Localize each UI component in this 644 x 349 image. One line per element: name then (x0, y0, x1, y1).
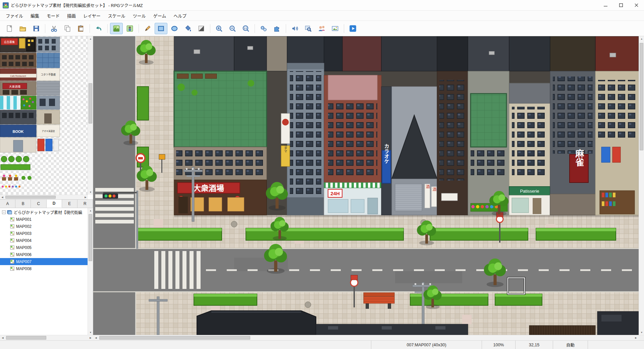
zoom-out-button[interactable] (226, 23, 239, 34)
menu-scale[interactable]: スケール (104, 11, 129, 20)
scroll-thumb[interactable] (5, 196, 56, 199)
svg-text:大衆酒場: 大衆酒場 (9, 85, 21, 88)
folder-icon (19, 24, 27, 33)
tree-item-map002[interactable]: MAP002 (0, 223, 88, 230)
tree-horizontal-scrollbar[interactable]: ◀ ▶ (0, 335, 93, 340)
tree-item-map007-selected[interactable]: MAP007 (0, 258, 88, 265)
scroll-left-arrow[interactable]: ◀ (0, 195, 5, 200)
palette-horizontal-scrollbar[interactable]: ◀ ▶ (0, 195, 88, 199)
speaker-icon (291, 24, 299, 33)
scroll-thumb[interactable] (640, 43, 643, 150)
tree-item-map006[interactable]: MAP006 (0, 251, 88, 258)
svg-text:Cafe Restaurant: Cafe Restaurant (10, 75, 26, 77)
actual-scale-button[interactable]: 1:1 (239, 23, 252, 34)
play-test-button[interactable] (346, 23, 359, 34)
flood-fill-tool-button[interactable] (181, 23, 194, 34)
menu-help[interactable]: ヘルプ (170, 11, 190, 20)
tree-vertical-scrollbar[interactable]: ▲ ▼ (88, 208, 93, 335)
character-generator-button[interactable] (315, 23, 328, 34)
maximize-button[interactable] (613, 0, 629, 11)
scroll-up-arrow[interactable]: ▲ (639, 36, 644, 41)
tree-item-map001[interactable]: MAP001 (0, 216, 88, 223)
open-project-button[interactable] (16, 23, 29, 34)
cut-button[interactable] (48, 23, 60, 34)
collapse-toggle[interactable]: − (2, 210, 6, 214)
event-searcher-button[interactable] (302, 23, 315, 34)
event-mode-button[interactable] (123, 23, 136, 34)
menu-tools[interactable]: ツール (129, 11, 150, 20)
map-file-icon (10, 259, 14, 264)
map-file-icon (10, 238, 14, 243)
map-file-icon (10, 224, 14, 229)
tab-r[interactable]: R (77, 200, 93, 208)
menu-layer[interactable]: レイヤー (79, 11, 104, 20)
scroll-thumb[interactable] (89, 83, 92, 123)
maximize-icon (619, 3, 623, 7)
paste-button[interactable] (74, 23, 87, 34)
zoom-out-icon (228, 24, 236, 33)
scroll-left-arrow[interactable]: ◀ (93, 335, 99, 340)
palette-vertical-scrollbar[interactable]: ▲ ▼ (88, 36, 93, 195)
database-button[interactable] (257, 23, 270, 34)
copy-button[interactable] (61, 23, 74, 34)
canvas-vertical-scrollbar[interactable]: ▲ ▼ (639, 36, 644, 335)
scroll-thumb[interactable] (99, 336, 250, 340)
copy-icon (63, 24, 71, 33)
undo-button[interactable] (92, 23, 105, 34)
app-icon (3, 2, 9, 8)
tab-b[interactable]: B (15, 200, 31, 208)
scroll-up-arrow[interactable]: ▲ (88, 36, 93, 41)
tileset-palette[interactable]: 広告募集 Cafe Restaurant (0, 36, 88, 195)
tree-item-map008[interactable]: MAP008 (0, 265, 88, 272)
sound-test-button[interactable] (288, 23, 301, 34)
tree-item-map005[interactable]: MAP005 (0, 244, 88, 251)
tree-item-map004[interactable]: MAP004 (0, 237, 88, 244)
tab-e[interactable]: E (62, 200, 77, 208)
scroll-right-arrow[interactable]: ▶ (88, 335, 93, 340)
tab-a[interactable]: A (0, 200, 15, 208)
status-zoom-level: 100% (482, 341, 515, 349)
tree-root-project[interactable]: − どらぴかドットマップ素材【現代街編 (0, 209, 88, 216)
title-bar: どらぴかドットマップ素材【現代街編拡張セット】 - RPGツクールMZ (0, 0, 644, 11)
menu-edit[interactable]: 編集 (27, 11, 43, 20)
canvas-horizontal-scrollbar[interactable]: ◀ ▶ (93, 335, 639, 340)
menu-file[interactable]: ファイル (2, 11, 27, 20)
zoom-in-button[interactable] (213, 23, 225, 34)
zoom-actual-icon: 1:1 (242, 24, 250, 33)
pencil-tool-button[interactable] (141, 23, 154, 34)
map-mode-button[interactable] (110, 23, 123, 34)
resource-manager-button[interactable] (329, 23, 341, 34)
new-project-button[interactable] (3, 23, 16, 34)
scroll-up-arrow[interactable]: ▲ (88, 208, 93, 213)
ellipse-tool-button[interactable] (168, 23, 181, 34)
toolbar-separator (139, 24, 139, 33)
save-project-button[interactable] (30, 23, 43, 34)
scroll-thumb[interactable] (89, 214, 92, 261)
status-empty-segment (588, 341, 644, 349)
scroll-down-arrow[interactable]: ▼ (88, 190, 93, 195)
minimize-button[interactable] (598, 0, 613, 11)
tab-c[interactable]: C (31, 200, 46, 208)
scroll-left-arrow[interactable]: ◀ (0, 335, 5, 340)
menu-game[interactable]: ゲーム (150, 11, 170, 20)
scroll-down-arrow[interactable]: ▼ (88, 330, 93, 335)
svg-text:コダマ: コダマ (284, 144, 287, 153)
map-canvas[interactable]: 大衆酒場 コダマ (93, 36, 639, 335)
scroll-right-arrow[interactable]: ▶ (83, 195, 88, 200)
svg-text:Patisserie: Patisserie (520, 189, 539, 194)
shadow-pen-tool-button[interactable] (195, 23, 208, 34)
undo-arrow-icon (95, 24, 103, 33)
diskette-icon (32, 24, 40, 33)
scroll-down-arrow[interactable]: ▼ (639, 330, 644, 335)
map-file-icon (10, 266, 14, 271)
tree-item-map003[interactable]: MAP003 (0, 230, 88, 237)
plugin-manager-button[interactable] (271, 23, 283, 34)
scroll-thumb[interactable] (6, 336, 46, 340)
menu-mode[interactable]: モード (43, 11, 63, 20)
menu-draw[interactable]: 描画 (63, 11, 79, 20)
tileset-palette-area: 広告募集 Cafe Restaurant (0, 36, 93, 199)
tab-d[interactable]: D (47, 200, 62, 208)
close-button[interactable] (629, 0, 644, 11)
scroll-right-arrow[interactable]: ▶ (633, 335, 639, 340)
rectangle-tool-button[interactable] (155, 23, 167, 34)
